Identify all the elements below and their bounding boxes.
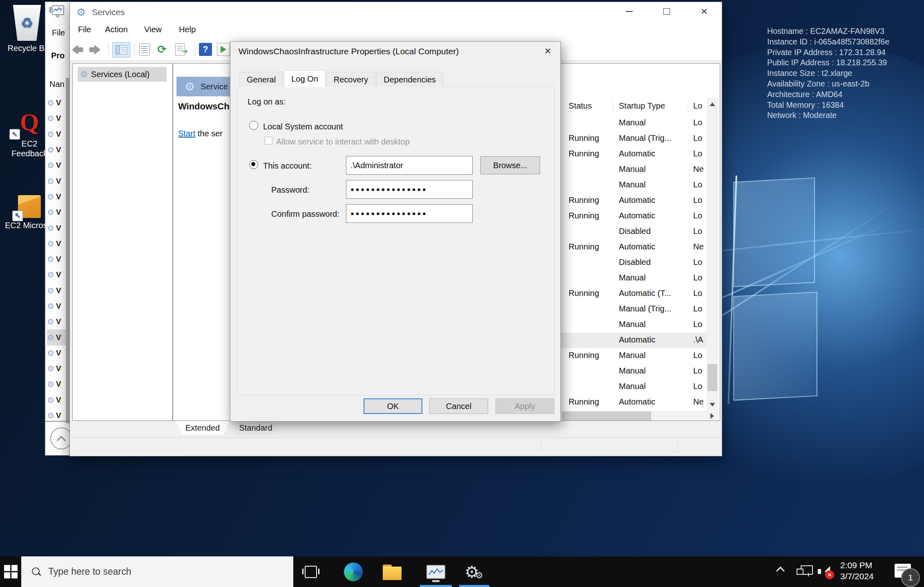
system-info-line: Network : Moderate xyxy=(767,110,889,121)
volume-muted-icon[interactable]: × xyxy=(818,565,834,578)
list-item[interactable]: ⚙V xyxy=(47,142,66,158)
list-item[interactable]: ⚙V xyxy=(47,283,66,298)
local-system-label[interactable]: Local System account xyxy=(263,122,343,131)
perfmon-icon xyxy=(49,5,64,18)
view-tab-extended[interactable]: Extended xyxy=(176,421,229,435)
list-item[interactable]: ⚙V xyxy=(47,345,66,361)
start-button[interactable] xyxy=(0,556,21,587)
menu-file[interactable]: File xyxy=(52,28,65,38)
perfmon-taskbar-button[interactable] xyxy=(419,556,453,587)
scrollbar-thumb[interactable] xyxy=(562,411,651,420)
list-item[interactable]: ⚙V xyxy=(47,173,66,189)
menu-item-action[interactable]: Action xyxy=(105,25,128,34)
browse-button[interactable]: Browse... xyxy=(480,156,540,174)
folder-icon xyxy=(383,565,402,579)
list-item[interactable]: ⚙V xyxy=(47,298,66,314)
account-input[interactable]: .\Administrator xyxy=(346,156,473,175)
column-separator[interactable] xyxy=(613,100,613,113)
gear-icon: ⚙ xyxy=(47,286,54,296)
collapse-chevron-button[interactable] xyxy=(50,427,72,449)
scroll-down-button[interactable] xyxy=(707,398,718,411)
task-view-button[interactable] xyxy=(298,556,324,587)
windows-logo-icon xyxy=(4,565,18,578)
list-item[interactable]: ⚙V xyxy=(47,392,66,408)
minimize-button[interactable] xyxy=(616,2,643,21)
apply-button[interactable]: Apply xyxy=(495,398,554,414)
file-explorer-button[interactable] xyxy=(378,556,406,587)
dialog-tab-strip: GeneralLog OnRecoveryDependencies xyxy=(239,72,444,88)
list-item[interactable]: ⚙V xyxy=(47,329,66,345)
menu-item-view[interactable]: View xyxy=(144,25,162,34)
tab-general[interactable]: General xyxy=(239,72,283,87)
allow-interact-label: Allow service to interact with desktop xyxy=(276,137,410,147)
list-item[interactable]: ⚙V xyxy=(47,127,66,142)
refresh-button[interactable]: ⟳ xyxy=(157,42,167,57)
network-icon[interactable] xyxy=(797,565,813,578)
dialog-close-button[interactable]: × xyxy=(539,44,556,58)
properties-button[interactable] xyxy=(139,42,150,57)
list-item[interactable]: ⚙V xyxy=(47,111,66,126)
forward-button[interactable] xyxy=(89,42,100,57)
export-list-button[interactable] xyxy=(175,42,185,57)
password-input[interactable]: ●●●●●●●●●●●●●●● xyxy=(346,180,473,199)
scrollbar-thumb[interactable] xyxy=(708,364,717,391)
log-on-as-label: Log on as: xyxy=(248,97,286,107)
maximize-button[interactable] xyxy=(653,2,680,21)
notification-badge: 1 xyxy=(901,568,920,587)
vertical-scrollbar[interactable] xyxy=(707,98,718,411)
start-service-link[interactable]: Start xyxy=(178,129,195,138)
taskbar-clock[interactable]: 2:09 PM 3/7/2024 xyxy=(840,560,874,582)
gear-icon: ⚙ xyxy=(47,364,54,374)
cell-status: Running xyxy=(569,289,599,298)
list-item[interactable]: ⚙V xyxy=(47,236,66,251)
list-item[interactable]: ⚙V xyxy=(47,361,66,376)
service-name-truncated: V xyxy=(56,270,61,279)
list-item[interactable]: ⚙V xyxy=(47,314,66,329)
active-app-indicator xyxy=(459,585,489,587)
cell-startup-type: Automatic xyxy=(619,211,690,220)
aws-cube-icon: ↖ xyxy=(18,195,41,218)
list-item[interactable]: ⚙V xyxy=(47,189,66,205)
list-item[interactable]: ⚙V xyxy=(47,158,66,173)
column-header-name[interactable]: Nan xyxy=(49,80,65,89)
tree-item-services-local[interactable]: ⚙ Services (Local) xyxy=(78,67,167,82)
scroll-up-button[interactable] xyxy=(707,98,718,110)
status-bar-separator xyxy=(677,440,678,452)
help-button[interactable]: ? xyxy=(199,42,212,57)
this-account-radio[interactable] xyxy=(249,160,258,169)
edge-browser-button[interactable] xyxy=(339,556,368,587)
local-system-radio[interactable] xyxy=(249,121,258,130)
confirm-password-input[interactable]: ●●●●●●●●●●●●●●● xyxy=(346,204,473,223)
list-item[interactable]: ⚙V xyxy=(47,267,66,282)
tab-recovery[interactable]: Recovery xyxy=(326,72,375,87)
show-console-tree-button[interactable] xyxy=(112,42,130,58)
view-tab-standard[interactable]: Standard xyxy=(231,421,281,435)
column-header-status[interactable]: Status xyxy=(569,101,592,111)
list-item[interactable]: ⚙V xyxy=(47,251,66,267)
back-button[interactable] xyxy=(72,42,83,57)
tab-dependencies[interactable]: Dependencies xyxy=(376,72,443,87)
tray-chevron-up-icon[interactable] xyxy=(776,567,785,575)
tab-log-on[interactable]: Log On xyxy=(284,70,326,87)
column-separator[interactable] xyxy=(688,100,688,113)
cell-log-on-as: Lo xyxy=(693,211,706,220)
list-item[interactable]: ⚙V xyxy=(47,205,66,220)
services-taskbar-button[interactable]: ⚙ ⚙ xyxy=(458,556,490,587)
this-account-label[interactable]: This account: xyxy=(263,161,312,171)
column-header-log-on-as[interactable]: Lo xyxy=(693,101,702,111)
column-header-startup-type[interactable]: Startup Type xyxy=(619,101,665,111)
cancel-button[interactable]: Cancel xyxy=(429,398,488,414)
start-service-button[interactable] xyxy=(217,42,230,57)
toolbar-separator xyxy=(108,43,109,56)
list-item[interactable]: ⚙V xyxy=(47,376,66,392)
close-button[interactable]: × xyxy=(691,2,718,21)
menu-item-help[interactable]: Help xyxy=(179,25,196,34)
scroll-right-button[interactable] xyxy=(706,411,718,421)
allow-interact-checkbox[interactable] xyxy=(265,137,272,145)
menu-item-file[interactable]: File xyxy=(78,25,91,34)
cell-startup-type: Manual xyxy=(619,382,690,391)
list-item[interactable]: ⚙V xyxy=(47,220,66,236)
ok-button[interactable]: OK xyxy=(364,398,422,414)
list-item[interactable]: ⚙V xyxy=(47,95,66,111)
taskbar-search[interactable]: Type here to search xyxy=(21,556,293,587)
